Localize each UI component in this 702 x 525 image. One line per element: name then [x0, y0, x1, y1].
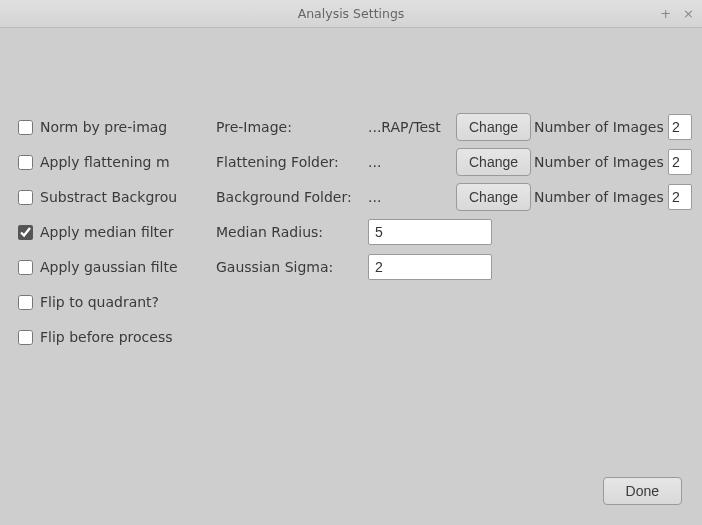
flattening-path: ...: [368, 148, 448, 176]
flip-quadrant-checkbox[interactable]: Flip to quadrant?: [18, 294, 178, 310]
flip-quadrant-check[interactable]: [18, 295, 33, 310]
median-filter-checkbox[interactable]: Apply median filter: [18, 224, 178, 240]
flattening-checkbox[interactable]: Apply flattening m: [18, 154, 178, 170]
content-area: Norm by pre-imag Pre-Image: ...RAP/Test …: [0, 28, 702, 525]
flattening-label: Apply flattening m: [40, 154, 170, 170]
flattening-param-label: Flattening Folder:: [216, 148, 376, 176]
median-filter-label: Apply median filter: [40, 224, 173, 240]
subtract-bg-check[interactable]: [18, 190, 33, 205]
titlebar: Analysis Settings + ×: [0, 0, 702, 28]
gaussian-filter-checkbox[interactable]: Apply gaussian filte: [18, 259, 178, 275]
subtract-bg-checkbox[interactable]: Substract Backgrou: [18, 189, 178, 205]
gaussian-param-label: Gaussian Sigma:: [216, 253, 376, 281]
preimage-path: ...RAP/Test: [368, 113, 448, 141]
norm-preimage-checkbox[interactable]: Norm by pre-imag: [18, 119, 178, 135]
bg-numimages-input[interactable]: [668, 184, 692, 210]
gaussian-filter-label: Apply gaussian filte: [40, 259, 178, 275]
gaussian-filter-check[interactable]: [18, 260, 33, 275]
done-button[interactable]: Done: [603, 477, 682, 505]
flattening-numimages-input[interactable]: [668, 149, 692, 175]
preimage-numimages-input[interactable]: [668, 114, 692, 140]
median-radius-input[interactable]: [368, 219, 492, 245]
change-preimage-button[interactable]: Change: [456, 113, 531, 141]
flip-before-check[interactable]: [18, 330, 33, 345]
window-title: Analysis Settings: [298, 6, 405, 21]
change-flattening-button[interactable]: Change: [456, 148, 531, 176]
median-param-label: Median Radius:: [216, 218, 376, 246]
close-icon[interactable]: ×: [683, 6, 694, 21]
median-filter-check[interactable]: [18, 225, 33, 240]
flip-before-checkbox[interactable]: Flip before process: [18, 329, 178, 345]
preimage-param-label: Pre-Image:: [216, 113, 376, 141]
norm-preimage-label: Norm by pre-imag: [40, 119, 167, 135]
flattening-check[interactable]: [18, 155, 33, 170]
flip-quadrant-label: Flip to quadrant?: [40, 294, 159, 310]
subtract-bg-label: Substract Backgrou: [40, 189, 177, 205]
preimage-numlabel: Number of Images us: [534, 113, 690, 141]
flip-before-label: Flip before process: [40, 329, 172, 345]
norm-preimage-check[interactable]: [18, 120, 33, 135]
change-bg-button[interactable]: Change: [456, 183, 531, 211]
minimize-icon[interactable]: +: [660, 6, 671, 21]
gaussian-sigma-input[interactable]: [368, 254, 492, 280]
flattening-numlabel: Number of Images us: [534, 148, 690, 176]
window-controls: + ×: [660, 0, 694, 27]
bg-param-label: Background Folder:: [216, 183, 376, 211]
bg-numlabel: Number of Images us: [534, 183, 690, 211]
bg-path: ...: [368, 183, 448, 211]
